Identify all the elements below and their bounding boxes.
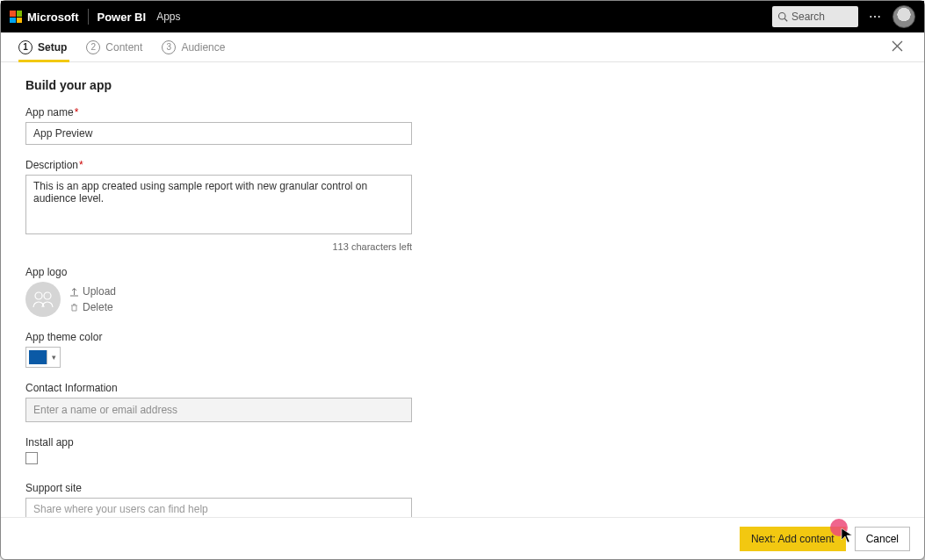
app-logo-preview [25,282,61,317]
svg-point-0 [779,13,786,20]
contact-info-label: Contact Information [25,382,900,394]
search-input[interactable] [791,11,844,23]
step-label: Setup [38,41,67,54]
search-icon [777,11,788,22]
delete-logo-button[interactable]: Delete [69,301,116,313]
people-icon [32,291,54,308]
svg-line-1 [784,18,787,21]
form-body: Build your app App name Description 113 … [1,62,924,517]
wizard-footer: Next: Add content Cancel [1,517,924,559]
step-number: 1 [18,40,33,54]
delete-label: Delete [83,301,113,313]
description-input[interactable] [25,175,412,234]
microsoft-logo-icon [10,11,22,23]
step-number: 2 [86,40,100,54]
global-search[interactable] [772,6,858,27]
description-label: Description [25,159,900,171]
step-label: Audience [181,41,225,54]
step-audience[interactable]: 3 Audience [162,40,225,54]
more-menu-button[interactable]: ⋯ [867,10,884,24]
char-counter: 113 characters left [25,241,412,252]
trash-icon [69,303,79,312]
divider [88,9,89,25]
cancel-button[interactable]: Cancel [855,527,910,551]
next-button[interactable]: Next: Add content [740,527,846,551]
step-setup[interactable]: 1 Setup [18,40,67,54]
product-name: Power BI [98,11,147,24]
theme-color-swatch [29,350,47,364]
step-number: 3 [162,40,176,54]
avatar[interactable] [892,5,915,28]
page-title: Build your app [25,78,900,92]
theme-color-label: App theme color [25,331,900,343]
step-label: Content [105,41,142,54]
install-app-checkbox[interactable] [25,452,38,464]
brand-text: Microsoft [27,11,79,24]
active-step-underline [18,60,69,62]
app-name-label: App name [25,106,900,118]
theme-color-picker[interactable]: ▾ [25,347,61,368]
close-icon [892,40,903,52]
breadcrumb[interactable]: Apps [156,11,180,23]
contact-info-input[interactable] [25,398,412,422]
chevron-down-icon: ▾ [47,353,60,362]
svg-point-4 [35,292,42,299]
install-app-label: Install app [25,436,900,449]
step-content[interactable]: 2 Content [86,40,142,54]
upload-logo-button[interactable]: Upload [69,285,116,298]
wizard-steps: 1 Setup 2 Content 3 Audience [1,32,924,62]
app-logo-label: App logo [25,266,900,278]
global-header: Microsoft Power BI Apps ⋯ [1,1,924,32]
svg-point-5 [44,292,51,299]
app-name-input[interactable] [25,122,412,145]
close-button[interactable] [888,37,907,58]
support-site-input[interactable] [25,498,412,517]
upload-icon [69,287,79,297]
upload-label: Upload [83,285,116,298]
microsoft-logo: Microsoft [10,11,79,24]
support-site-label: Support site [25,482,900,494]
